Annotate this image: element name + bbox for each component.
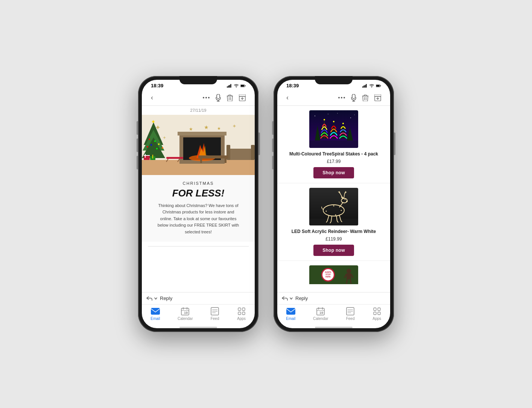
svg-rect-55 [225,158,226,163]
nav-email-left[interactable]: Email [150,307,160,321]
signal-icon-right [362,84,368,88]
svg-point-103 [315,116,315,116]
back-button-left[interactable]: ‹ [148,92,156,103]
svg-point-43 [156,148,158,149]
svg-point-107 [354,114,354,115]
phone-left: 18:39 [138,76,258,332]
wifi-icon-right [369,84,374,88]
product-item-1: Multi-Coloured TreeSpiral Stakes - 4 pac… [277,106,390,183]
archive-icon-right [374,94,381,101]
toolbar-right: ‹ [277,90,390,106]
svg-rect-50 [228,149,253,160]
reply-icon-right[interactable] [282,296,288,301]
mic-button-left[interactable] [213,93,224,103]
home-indicator-right [315,327,353,328]
nav-apps-left[interactable]: Apps [237,307,246,321]
svg-point-98 [324,119,325,120]
svg-line-137 [347,279,347,283]
nav-email-label-left: Email [150,317,160,321]
product-image-1 [309,110,358,148]
svg-point-42 [147,146,148,148]
svg-rect-149 [374,308,376,311]
nav-feed-label-left: Feed [211,317,219,321]
more-icon [203,97,210,99]
chevron-down-icon-right[interactable] [289,297,293,300]
svg-point-114 [345,199,345,200]
chevron-down-icon-left[interactable] [154,297,158,300]
archive-button-left[interactable] [236,93,249,103]
nav-calendar-right[interactable]: 19 Calendar [313,307,328,321]
status-icons-left [227,84,246,88]
status-icons-right [362,84,381,88]
svg-point-100 [333,121,334,122]
product-title-2: LED Soft Acrylic Reindeer- Warm White [283,228,384,235]
nav-feed-right[interactable]: Feed [346,307,355,321]
svg-rect-79 [376,85,380,86]
svg-rect-26 [178,132,226,135]
nav-apps-right[interactable]: Apps [372,307,382,321]
trash-button-right[interactable] [359,93,371,103]
svg-point-124 [333,205,334,206]
bottom-nav-right: Email 19 Calendar [277,304,390,325]
email-heading: FOR LESS! [148,188,249,199]
more-button-left[interactable] [200,95,213,100]
nav-calendar-label-left: Calendar [178,317,193,321]
svg-rect-69 [238,308,241,311]
svg-rect-52 [251,145,255,160]
svg-rect-83 [352,94,355,99]
email-subheading: CHRISTMAS [148,181,249,186]
svg-rect-151 [374,312,376,315]
svg-point-123 [326,210,327,212]
svg-text:★: ★ [217,126,221,131]
mic-button-right[interactable] [348,93,359,103]
svg-point-38 [149,139,150,140]
product-price-1: £17.99 [283,159,384,164]
product-title-1: Multi-Coloured TreeSpiral Stakes - 4 pac… [283,151,384,157]
svg-rect-93 [309,140,358,148]
home-indicator-left [179,327,217,328]
trash-button-left[interactable] [224,93,236,103]
svg-rect-59 [151,308,160,315]
svg-rect-139 [286,308,295,315]
svg-point-7 [203,97,204,99]
svg-rect-5 [245,85,246,86]
reply-icon-left[interactable] [146,296,152,301]
svg-point-40 [150,144,152,146]
nav-feed-left[interactable]: Feed [210,307,219,321]
nav-calendar-left[interactable]: 19 Calendar [178,307,193,321]
email-body-text: Thinking about Christmas? We have tons o… [157,202,240,236]
archive-button-right[interactable] [371,93,384,103]
nav-feed-label-right: Feed [346,317,355,321]
svg-rect-75 [365,85,365,87]
svg-text:✦: ✦ [232,123,237,129]
status-time-left: 18:39 [151,83,163,88]
reply-bar-right: Reply [277,292,390,304]
product-image-2 [309,188,358,225]
trash-icon-right [362,94,368,101]
xmas-hero-image: ★ ★ ★ ✦ ✦ ✦ ★ [142,115,255,175]
svg-point-125 [341,210,342,211]
more-icon-right [338,97,345,99]
toolbar-left: ‹ [142,90,255,106]
svg-point-104 [328,114,328,114]
status-bar-right: 18:39 [277,80,390,90]
apps-nav-icon-right [372,307,382,316]
calendar-nav-icon-right: 19 [316,307,325,316]
nav-apps-label-right: Apps [372,317,381,321]
svg-point-126 [335,214,336,215]
svg-rect-47 [144,155,150,156]
apps-nav-icon-left [237,307,246,316]
nav-email-right[interactable]: Email [286,307,295,321]
svg-rect-72 [242,312,245,315]
shop-now-button-1[interactable]: Shop now [313,167,354,178]
svg-point-106 [337,113,338,114]
more-button-right[interactable] [335,95,348,100]
shop-now-button-2[interactable]: Shop now [313,245,354,256]
reply-label-left: Reply [160,295,250,301]
reply-icons-left [146,296,158,301]
back-button-right[interactable]: ‹ [283,92,292,103]
svg-line-138 [350,279,351,283]
product-price-2: £119.99 [283,236,384,242]
mic-icon [216,94,221,102]
svg-point-9 [208,97,210,99]
